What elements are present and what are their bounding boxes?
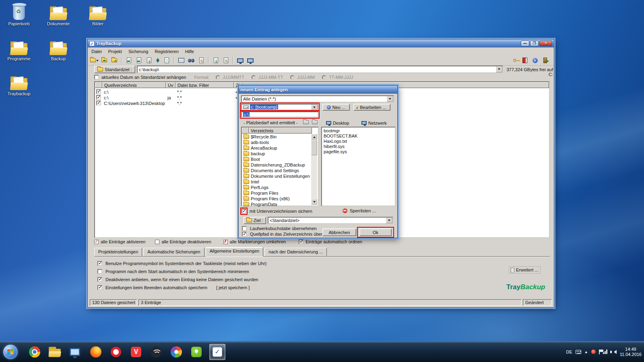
backup-run-icon[interactable] (236, 56, 245, 64)
tab-projekteinstellungen[interactable]: Projekteinstellungen (94, 248, 142, 256)
dir-scrollbar[interactable] (311, 134, 317, 205)
file-list[interactable]: bootmgr BOOTSECT.BAK HaxLogs.txt hiberfi… (321, 127, 396, 206)
maximize-button[interactable]: ❐ (530, 41, 539, 46)
save-now-link[interactable]: [ jetzt speichern ] (216, 285, 250, 290)
clock[interactable]: 14:49 11.04.2016 (620, 347, 642, 357)
deactivate-all-icon[interactable] (155, 240, 159, 244)
setting-autosave-checkbox[interactable] (97, 285, 102, 290)
desktop-icon-papierkorb[interactable]: Papierkorb (2, 2, 36, 26)
taskbar-chrome-icon[interactable] (28, 346, 41, 358)
manual-icon[interactable] (520, 56, 529, 64)
taskbar-paint-icon[interactable] (170, 346, 183, 358)
append-date-checkbox[interactable] (94, 75, 99, 80)
title-bar[interactable]: ✓ TrayBackup — ❐ ✕ (88, 39, 554, 47)
format-radio-1[interactable] (252, 75, 256, 80)
menu-registrieren[interactable]: Registrieren (152, 48, 181, 55)
deactivate-all-label[interactable]: alle Einträge deaktivieren (161, 239, 211, 244)
drive-letter-checkbox[interactable] (242, 226, 247, 231)
file-item[interactable]: HaxLogs.txt (322, 139, 395, 144)
column-header-filter[interactable] (95, 82, 102, 88)
format-radio-0[interactable] (216, 75, 220, 80)
tab-nach-der-datensicherung[interactable]: nach der Datensicherung ... (264, 248, 327, 256)
new-folder-icon[interactable] (303, 120, 309, 124)
desktop-icon-backup[interactable]: Backup (41, 37, 75, 61)
minimize-button[interactable]: — (521, 41, 529, 46)
new-document-icon[interactable] (162, 56, 171, 64)
taskbar-spotify-icon[interactable] (150, 346, 163, 358)
menu-datei[interactable]: Datei (89, 48, 105, 55)
export-icon[interactable] (134, 56, 143, 64)
dir-item[interactable]: adb-tools (242, 140, 312, 145)
key-icon[interactable] (510, 56, 519, 64)
row-checkbox[interactable] (96, 95, 101, 100)
dir-header[interactable]: Verzeichnis (249, 128, 312, 134)
dir-sort-icon[interactable] (242, 128, 249, 134)
exit-icon[interactable] (541, 56, 549, 64)
language-indicator[interactable]: DE (566, 350, 572, 354)
info-icon[interactable]: i (530, 56, 539, 64)
ok-button[interactable]: Ok (359, 228, 392, 236)
target-button[interactable]: Ziel : (244, 217, 266, 224)
standardziel-button[interactable]: Standardziel : (94, 66, 135, 73)
file-item[interactable]: BOOTSECT.BAK (322, 134, 395, 139)
action-center-icon[interactable] (599, 350, 600, 354)
dir-item[interactable]: Datensicherung_ZDBackup (242, 162, 312, 168)
taskbar-vivaldi-icon[interactable]: V (130, 346, 142, 358)
open-project-icon[interactable] (90, 56, 99, 64)
standardziel-input[interactable]: c:\backup\ (137, 66, 503, 73)
tray-expand-icon[interactable]: ▲ (584, 350, 588, 354)
import-icon[interactable] (124, 56, 133, 64)
drive-dropdown[interactable] (311, 105, 318, 109)
new-button[interactable]: + Neu ... (322, 104, 350, 111)
sort-icons[interactable] (155, 56, 161, 64)
file-filter-dropdown[interactable] (387, 96, 393, 102)
network-button[interactable]: Netzwerk (359, 119, 389, 126)
taskbar-firefox-icon[interactable] (89, 346, 102, 358)
protocol-icon[interactable] (197, 56, 206, 64)
dir-item[interactable]: Program Files (242, 190, 312, 196)
dir-item[interactable]: Program Files (x86) (242, 196, 312, 202)
setting-minimize-checkbox[interactable] (97, 269, 102, 274)
row-checkbox[interactable] (96, 101, 101, 105)
dir-item[interactable]: Documents and Settings (242, 168, 312, 173)
standardziel-dropdown[interactable] (496, 66, 502, 72)
search-icon[interactable] (187, 56, 196, 64)
column-header-quellverzeichnis[interactable]: Quellverzeichnis (102, 82, 166, 88)
dir-item[interactable]: ArecaBackup (242, 145, 312, 151)
desktop-icon-bilder[interactable]: Bilder (81, 2, 115, 26)
target-combo[interactable]: <Standardziel> (268, 217, 393, 224)
directory-list[interactable]: Verzeichnis $Recycle.Bin adb-tools Areca… (241, 127, 319, 206)
source-path-checkbox[interactable] (242, 232, 247, 237)
file-item[interactable]: pagefile.sys (322, 149, 395, 154)
invert-marks-label[interactable]: alle Markierungen umkehren (230, 239, 286, 244)
taskbar-explorer-icon[interactable] (48, 346, 61, 358)
activate-all-label[interactable]: alle Einträge aktivieren (101, 239, 145, 244)
taskbar-monitor-icon[interactable] (68, 346, 81, 358)
activate-all-icon[interactable] (94, 240, 99, 244)
menu-projekt[interactable]: Projekt (105, 48, 125, 55)
subdirs-checkbox[interactable] (242, 209, 246, 214)
path-input[interactable]: c:\ (241, 111, 318, 117)
keyboard-icon[interactable] (576, 350, 581, 354)
save-as-icon[interactable] (110, 56, 119, 64)
dir-item[interactable]: Dokumente und Einstellungen (242, 173, 312, 179)
dialog-title-bar[interactable]: neuen Eintrag anlegen (239, 86, 397, 94)
desktop-icon-traybackup[interactable]: Traybackup (2, 72, 36, 96)
tab-allgemeine-einstellungen[interactable]: Allgemeine Einstellungen (206, 247, 264, 257)
edit-button[interactable]: Bearbeiten ... (353, 104, 390, 111)
dir-item[interactable]: ProgramData (242, 202, 312, 207)
taskbar-opera-icon[interactable] (109, 346, 122, 358)
format-radio-3[interactable] (322, 75, 326, 80)
tab-automatische-sicherungen[interactable]: Automatische Sicherungen (143, 248, 204, 256)
menu-hilfe[interactable]: Hilfe (182, 48, 197, 55)
auto-order-checkbox[interactable] (299, 239, 303, 244)
tray-app-icon[interactable] (591, 350, 596, 354)
column-header-uv[interactable]: Uv (166, 82, 175, 88)
send-icon[interactable] (144, 56, 153, 64)
file-filter-combo[interactable]: Alle Dateien (*.*) (241, 95, 394, 103)
setting-tray-icon-checkbox[interactable] (97, 261, 102, 266)
drive-combo[interactable]: c: [bootcamp] (241, 104, 318, 110)
advanced-button[interactable]: Erweitert ... (509, 266, 541, 274)
menu-sicherung[interactable]: Sicherung (126, 48, 151, 55)
up-level-icon[interactable] (312, 120, 318, 124)
